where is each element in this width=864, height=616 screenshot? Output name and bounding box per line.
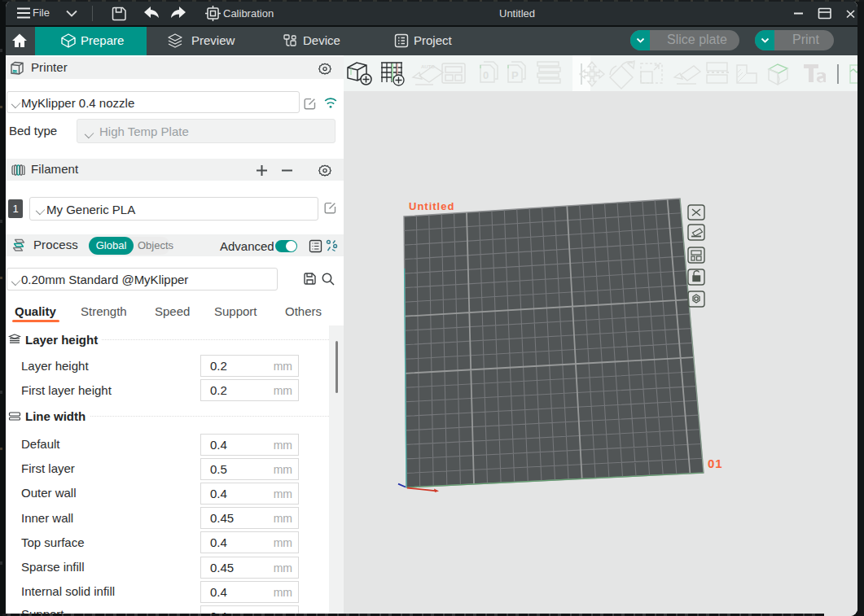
svg-text:Untitled: Untitled	[409, 200, 454, 212]
svg-text:01: 01	[708, 457, 723, 470]
